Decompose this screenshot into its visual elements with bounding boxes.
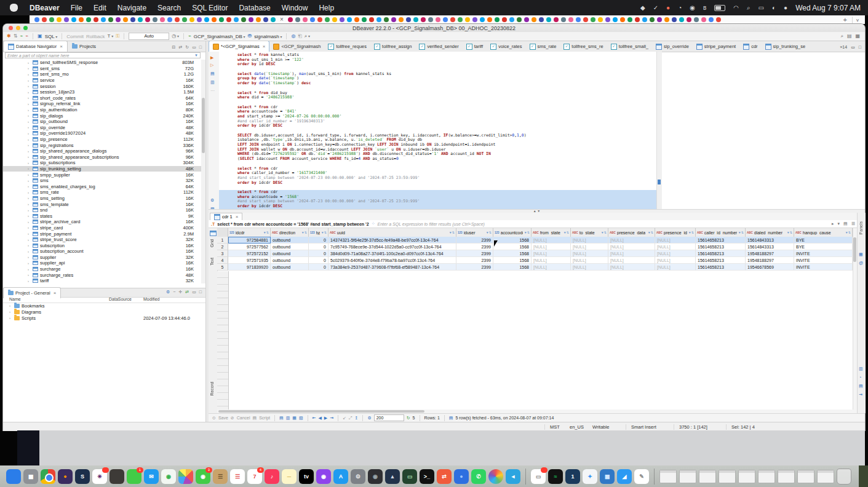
sidebar-item-stripe_card[interactable]: ›stripe_card400K bbox=[3, 225, 201, 231]
cell-from_state[interactable]: [NULL] bbox=[532, 237, 571, 244]
sidebar-item-sip_override[interactable]: ›sip_override48K bbox=[3, 125, 201, 131]
column-filter-sort-icon[interactable]: ▼⇅ bbox=[449, 231, 455, 234]
expand-chevron-icon[interactable]: › bbox=[28, 143, 31, 147]
cell-iduser[interactable]: 2399 bbox=[456, 264, 493, 271]
menu-navigate[interactable]: Navigate bbox=[112, 4, 152, 12]
row-number[interactable]: 5 bbox=[217, 264, 228, 271]
grid-view-icon[interactable] bbox=[210, 231, 216, 236]
caret-position-label[interactable]: 3750 : 1 [142] bbox=[674, 424, 707, 430]
column-filter-sort-icon[interactable]: ▼⇅ bbox=[486, 231, 492, 234]
sidebar-item-signup_referral_link[interactable]: ›signup_referral_link16K bbox=[3, 101, 201, 107]
export-result-icon[interactable]: ▥ bbox=[210, 80, 215, 84]
cell-hangup_cause[interactable]: BYE bbox=[794, 244, 853, 250]
menu-database[interactable]: Database bbox=[233, 4, 276, 12]
locale-label[interactable]: en_US bbox=[570, 424, 584, 430]
col-name[interactable]: Name bbox=[9, 297, 21, 301]
cell-direction[interactable]: outbound bbox=[271, 237, 309, 244]
browser-tab-favicon[interactable] bbox=[123, 17, 128, 22]
menu-sql-editor[interactable]: SQL Editor bbox=[186, 4, 233, 12]
cell-idcdr[interactable]: 972584881 bbox=[228, 237, 271, 244]
editor-tab--gcp-signalmash[interactable]: <GCP_Signalmash bbox=[269, 41, 324, 52]
disconnect-icon[interactable]: ⌁ bbox=[25, 34, 28, 39]
editor-tab-voice-rates[interactable]: ✓voice_rates bbox=[487, 41, 525, 52]
last-page-icon[interactable]: ⇥ bbox=[330, 416, 333, 420]
new-tab-button[interactable]: + bbox=[843, 16, 847, 23]
record-icon[interactable]: ● bbox=[666, 5, 670, 11]
browser-tab-favicon[interactable] bbox=[116, 17, 121, 22]
browser-tab-favicon[interactable] bbox=[167, 17, 172, 22]
close-tab-icon[interactable]: × bbox=[54, 290, 57, 296]
cell-direction[interactable]: outbound bbox=[271, 264, 309, 271]
connect-icon[interactable]: ⌁ bbox=[20, 34, 23, 39]
dock-icon-telegram[interactable]: ◄ bbox=[506, 469, 520, 484]
tree-scrollbar[interactable] bbox=[201, 60, 205, 283]
expand-chevron-icon[interactable]: › bbox=[28, 244, 31, 247]
dock-icon-facetime[interactable]: ◉3 bbox=[196, 469, 210, 484]
rollback-button[interactable]: Rollback bbox=[86, 34, 105, 39]
column-header-presence_id[interactable]: ABCpresence_id▼⇅ bbox=[655, 228, 696, 237]
browser-tab-favicon[interactable] bbox=[42, 17, 47, 22]
browser-tab-favicon[interactable] bbox=[347, 17, 352, 22]
browser-tab-favicon[interactable] bbox=[354, 17, 359, 22]
sync-icon[interactable]: ⇄ bbox=[185, 290, 189, 295]
perspective-icon[interactable]: ▤ bbox=[847, 34, 852, 39]
browser-tab-favicon[interactable] bbox=[620, 17, 625, 22]
results-filter-bar[interactable]: .T select * from cdr where accountcode =… bbox=[209, 220, 865, 228]
browser-tab-favicon[interactable] bbox=[561, 17, 566, 22]
browser-tab-favicon[interactable] bbox=[189, 17, 194, 22]
sidebar-item-surcharge[interactable]: ›surcharge16K bbox=[3, 266, 201, 272]
browser-tab-favicon[interactable] bbox=[701, 17, 706, 22]
expand-chevron-icon[interactable]: › bbox=[28, 132, 31, 135]
editor-tab-tollfree-assign[interactable]: ✓tollfree_assign bbox=[370, 41, 415, 52]
close-results-tab-icon[interactable]: × bbox=[236, 214, 239, 220]
cell-hangup_cause[interactable]: INVITE bbox=[794, 264, 853, 271]
sidebar-item-sip_override19072024[interactable]: ›sip_override1907202448K bbox=[3, 130, 201, 137]
browser-tab-favicon[interactable] bbox=[234, 17, 239, 22]
search-icon[interactable]: ⌕ bbox=[747, 5, 751, 11]
browser-tab-favicon[interactable] bbox=[71, 17, 76, 22]
browser-tab-favicon[interactable] bbox=[256, 17, 261, 22]
maximize-panel-icon[interactable]: □ bbox=[199, 45, 202, 50]
cell-presence_data[interactable]: [NULL] bbox=[608, 257, 655, 264]
dock-icon-whatsapp[interactable]: ✆ bbox=[471, 469, 486, 484]
editor-tab-tollfree-small-[interactable]: ✓tollfree_small_ bbox=[607, 41, 652, 52]
cell-dialed_number[interactable]: 19548188297 bbox=[746, 257, 794, 264]
cell-presence_id[interactable]: [NULL] bbox=[655, 237, 696, 244]
table-row[interactable]: 2972577562outbound07c95749-768ece9e-37d5… bbox=[217, 244, 853, 250]
script-icon[interactable]: ▤ bbox=[253, 416, 257, 420]
sidebar-item-sip_dialogs[interactable]: ›sip_dialogs240K bbox=[3, 113, 201, 119]
delete-row-icon[interactable]: ▦ bbox=[292, 416, 297, 420]
editor-tab-sip-override[interactable]: sip_override bbox=[652, 41, 693, 52]
expand-chevron-icon[interactable]: › bbox=[28, 120, 31, 124]
transaction-mode-icon[interactable]: T bbox=[108, 34, 114, 39]
browser-tab-favicon[interactable] bbox=[465, 17, 470, 22]
column-filter-sort-icon[interactable]: ▼⇅ bbox=[563, 231, 569, 234]
quick-search-icon[interactable]: ⌕ bbox=[840, 34, 843, 39]
cell-uuid[interactable]: 7c95749-768ece9e-37d544-1022d5a0-cc97cc0… bbox=[328, 244, 456, 250]
edit-row-icon[interactable]: ▧ bbox=[299, 416, 303, 420]
cell-direction[interactable]: outbound bbox=[271, 257, 309, 264]
object-filter-input[interactable]: Enter a part of object name here ▼ bbox=[5, 52, 201, 58]
dock-icon-launchpad[interactable]: ▦ bbox=[23, 469, 38, 484]
column-filter-sort-icon[interactable]: ▼⇅ bbox=[845, 231, 851, 234]
link-editor-icon[interactable]: ⇄ bbox=[178, 45, 182, 50]
sidebar-item-service[interactable]: ›service16K bbox=[3, 77, 201, 84]
browser-tab-favicon[interactable] bbox=[241, 17, 246, 22]
dock-icon-reminders[interactable]: ☰ bbox=[230, 469, 245, 484]
expand-chevron-icon[interactable]: › bbox=[9, 304, 12, 307]
sidebar-item-sip_subscriptions[interactable]: ›sip_subscriptions304K bbox=[3, 160, 201, 166]
editor-tab-stripe-payment[interactable]: stripe_payment bbox=[693, 41, 739, 52]
menu-file[interactable]: File bbox=[65, 4, 88, 12]
expand-chevron-icon[interactable]: › bbox=[28, 191, 31, 194]
cell-caller_id_number[interactable]: 15614658213 bbox=[696, 264, 746, 271]
cell-accountcode[interactable]: 1568 bbox=[493, 257, 532, 264]
column-header-dialed_number[interactable]: ABCdialed_number▼⇅ bbox=[746, 228, 794, 237]
browser-tab-favicon[interactable] bbox=[583, 17, 588, 22]
browser-tab-favicon[interactable] bbox=[421, 17, 426, 22]
browser-tab-favicon[interactable] bbox=[554, 17, 559, 22]
fetch-size-input[interactable]: 200 bbox=[374, 414, 404, 421]
browser-tab-favicon[interactable] bbox=[310, 17, 315, 22]
browser-tab-favicon[interactable] bbox=[325, 17, 330, 22]
editor-tab--gcp-signalmas[interactable]: *<GCP_Signalmas× bbox=[209, 41, 269, 52]
expand-chevron-icon[interactable]: › bbox=[28, 232, 31, 236]
